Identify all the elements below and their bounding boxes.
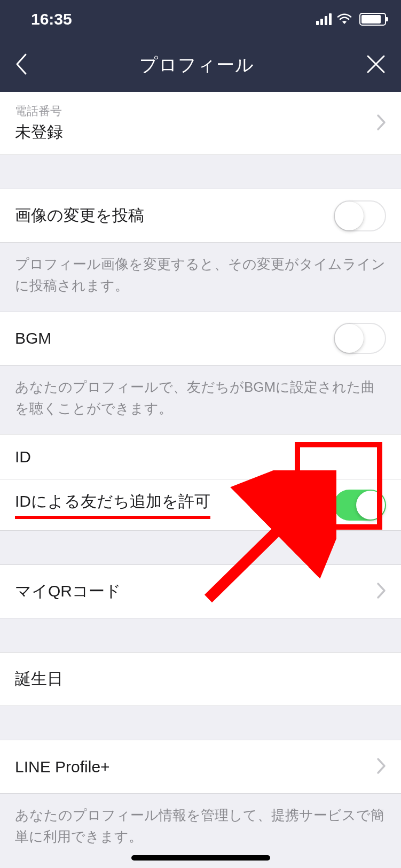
section-spacer [0,706,401,740]
post-image-change-row[interactable]: 画像の変更を投稿 [0,189,401,243]
bgm-note: あなたのプロフィールで、友だちがBGMに設定された曲を聴くことができます。 [0,366,401,435]
section-spacer [0,155,401,189]
post-image-change-note: プロフィール画像を変更すると、その変更がタイムラインに投稿されます。 [0,243,401,312]
id-allow-toggle[interactable] [334,490,386,521]
status-time: 16:35 [31,10,72,28]
back-button[interactable] [11,47,32,83]
line-profile-plus-row[interactable]: LINE Profile+ [0,740,401,794]
page-title: プロフィール [139,53,254,78]
qr-code-row[interactable]: マイQRコード [0,565,401,618]
battery-icon [359,13,386,26]
id-allow-row[interactable]: IDによる友だち追加を許可 [0,479,401,531]
wifi-icon [337,13,352,25]
line-profile-plus-label: LINE Profile+ [15,758,110,776]
chevron-left-icon [15,52,28,76]
phone-number-label: 電話番号 [15,103,62,119]
post-image-change-toggle[interactable] [334,200,386,231]
status-indicators [316,13,386,26]
id-allow-label: IDによる友だち追加を許可 [15,491,210,519]
app-header: 16:35 プロフィール [0,0,401,92]
id-label: ID [15,448,31,466]
nav-bar: プロフィール [0,38,401,92]
section-spacer [0,618,401,653]
chevron-right-icon [376,757,386,777]
post-image-change-label: 画像の変更を投稿 [15,205,144,227]
close-icon [366,54,386,74]
phone-number-value: 未登録 [15,121,63,143]
section-spacer [0,531,401,565]
bgm-toggle[interactable] [334,323,386,354]
chevron-right-icon [376,582,386,601]
home-indicator[interactable] [131,855,270,861]
status-bar: 16:35 [0,0,401,38]
id-row[interactable]: ID [0,435,401,479]
phone-number-row[interactable]: 電話番号 未登録 [0,92,401,155]
line-profile-plus-note: あなたのプロフィール情報を管理して、提携サービスで簡単に利用できます。 [0,794,401,863]
qr-code-label: マイQRコード [15,580,121,602]
cellular-signal-icon [316,13,332,25]
chevron-right-icon [376,114,386,133]
birthday-label: 誕生日 [15,668,63,690]
bgm-label: BGM [15,329,51,347]
close-button[interactable] [361,49,390,82]
bgm-row[interactable]: BGM [0,312,401,366]
birthday-row[interactable]: 誕生日 [0,653,401,706]
